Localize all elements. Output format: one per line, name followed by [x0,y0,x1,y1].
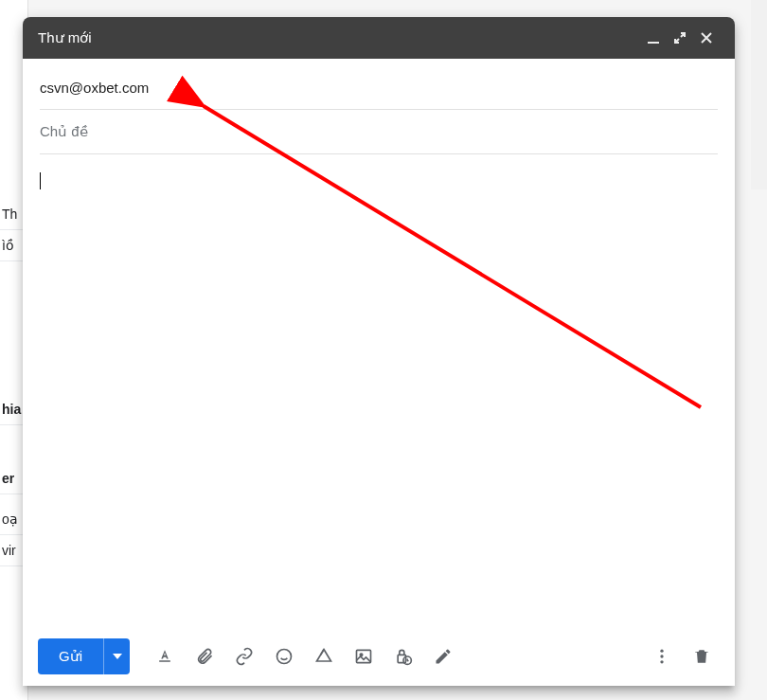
send-more-button[interactable] [103,638,130,674]
svg-point-8 [660,660,663,663]
subject-field[interactable]: Chủ đề [40,110,718,154]
chevron-down-icon [113,654,122,659]
recipient-field[interactable]: csvn@oxbet.com [40,66,718,110]
attach-file-button[interactable] [187,638,223,674]
svg-rect-0 [648,42,659,44]
svg-point-6 [660,650,663,653]
insert-image-button[interactable] [346,638,382,674]
emoji-icon [275,647,294,666]
link-icon [235,647,254,666]
insert-drive-button[interactable] [306,638,342,674]
image-icon [354,647,373,666]
trash-icon [692,647,711,666]
compose-footer: Gửi [23,627,735,686]
message-body-editor[interactable] [40,154,718,627]
lock-clock-icon [394,647,413,666]
footer-right-actions [644,638,720,674]
expand-button[interactable] [667,25,693,51]
send-button[interactable]: Gửi [38,638,103,674]
svg-point-1 [277,650,292,664]
compose-window: Thư mới csvn@oxbet.com Chủ đề Gửi [23,17,735,686]
compose-header: Thư mới [23,17,735,59]
confidential-mode-button[interactable] [385,638,421,674]
send-button-group: Gửi [38,638,130,674]
minimize-icon [647,31,660,45]
close-icon [700,31,713,45]
more-vertical-icon [652,647,671,666]
drive-icon [314,647,333,666]
insert-emoji-button[interactable] [266,638,302,674]
close-button[interactable] [693,25,720,51]
minimize-button[interactable] [640,25,667,51]
send-label: Gửi [59,648,82,665]
pen-icon [434,647,453,666]
compose-title: Thư mới [38,29,640,46]
text-cursor [40,172,41,189]
subject-placeholder: Chủ đề [40,123,88,139]
format-text-button[interactable] [147,638,183,674]
compose-body: csvn@oxbet.com Chủ đề [23,59,735,627]
insert-link-button[interactable] [226,638,262,674]
recipient-value: csvn@oxbet.com [40,80,149,96]
expand-icon [673,31,687,45]
attach-icon [195,647,214,666]
more-options-button[interactable] [644,638,680,674]
formatting-toolbar [147,638,461,674]
format-text-icon [155,647,174,666]
discard-draft-button[interactable] [684,638,720,674]
scrollbar[interactable] [751,0,767,189]
svg-point-7 [660,655,663,657]
insert-signature-button[interactable] [425,638,461,674]
